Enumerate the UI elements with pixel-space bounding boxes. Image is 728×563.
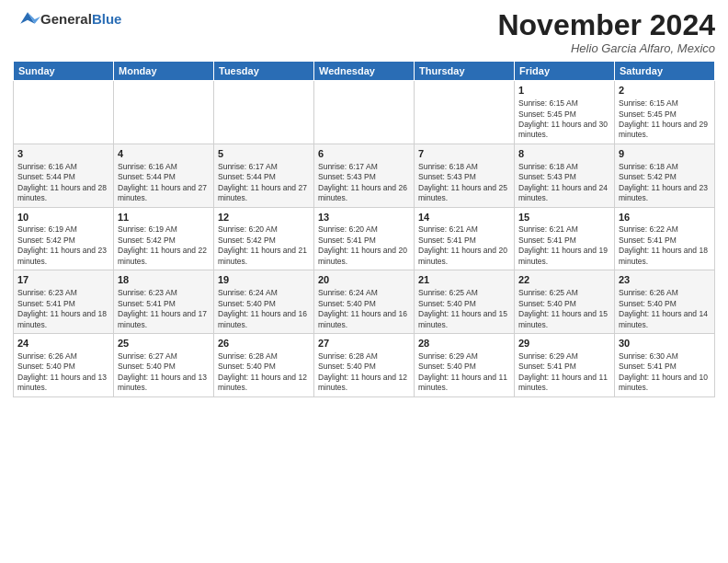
cell-content: 1Sunrise: 6:15 AMSunset: 5:45 PMDaylight… [518,84,610,141]
table-row: 24Sunrise: 6:26 AMSunset: 5:40 PMDayligh… [14,334,114,397]
day-number: 9 [619,147,711,161]
table-row: 30Sunrise: 6:30 AMSunset: 5:41 PMDayligh… [615,334,715,397]
day-info-line: Sunrise: 6:29 AM [518,351,610,362]
day-info-line: Sunrise: 6:21 AM [418,224,510,235]
day-info-line: Sunrise: 6:20 AM [318,224,410,235]
col-wednesday: Wednesday [314,62,415,81]
day-info-line: Sunset: 5:44 PM [17,172,109,182]
cell-content: 13Sunrise: 6:20 AMSunset: 5:41 PMDayligh… [318,211,410,268]
day-info-line: Sunset: 5:41 PM [17,299,109,309]
day-info-line: Sunset: 5:45 PM [518,109,610,120]
day-number: 23 [619,273,711,287]
day-info-line: Sunrise: 6:15 AM [619,98,711,109]
cell-content: 17Sunrise: 6:23 AMSunset: 5:41 PMDayligh… [17,273,109,330]
cell-content: 22Sunrise: 6:25 AMSunset: 5:40 PMDayligh… [518,273,610,330]
table-row: 2Sunrise: 6:15 AMSunset: 5:45 PMDaylight… [615,81,715,144]
day-info-line: Daylight: 11 hours and 23 minutes. [17,246,109,267]
day-info-line: Daylight: 11 hours and 22 minutes. [118,246,210,267]
table-row: 16Sunrise: 6:22 AMSunset: 5:41 PMDayligh… [615,207,715,270]
calendar-week-2: 3Sunrise: 6:16 AMSunset: 5:44 PMDaylight… [14,144,715,207]
table-row [314,81,415,144]
day-info-line: Sunset: 5:44 PM [118,172,210,182]
day-number: 30 [619,337,711,350]
table-row: 11Sunrise: 6:19 AMSunset: 5:42 PMDayligh… [114,207,214,270]
day-info-line: Sunset: 5:44 PM [218,172,310,182]
day-number: 5 [218,147,310,161]
cell-content: 21Sunrise: 6:25 AMSunset: 5:40 PMDayligh… [418,273,510,330]
logo-blue: Blue [92,11,122,27]
day-info-line: Sunrise: 6:23 AM [118,288,210,298]
day-number: 24 [17,337,109,350]
day-info-line: Sunrise: 6:19 AM [118,224,210,235]
cell-content: 3Sunrise: 6:16 AMSunset: 5:44 PMDaylight… [17,147,109,204]
day-info-line: Daylight: 11 hours and 14 minutes. [619,309,711,330]
day-info-line: Daylight: 11 hours and 27 minutes. [218,183,310,204]
day-info-line: Sunset: 5:41 PM [118,299,210,309]
day-info-line: Sunrise: 6:29 AM [418,351,510,362]
table-row: 6Sunrise: 6:17 AMSunset: 5:43 PMDaylight… [314,144,415,207]
day-info-line: Sunrise: 6:18 AM [418,162,510,172]
location-subtitle: Helio Garcia Alfaro, Mexico [497,41,715,55]
day-info-line: Sunset: 5:40 PM [218,299,310,309]
table-row: 5Sunrise: 6:17 AMSunset: 5:44 PMDaylight… [214,144,314,207]
day-info-line: Sunset: 5:42 PM [17,236,109,246]
day-info-line: Sunrise: 6:26 AM [17,351,109,362]
day-info-line: Daylight: 11 hours and 16 minutes. [318,309,410,330]
day-info-line: Daylight: 11 hours and 26 minutes. [318,183,410,204]
day-number: 12 [218,211,310,224]
day-info-line: Sunset: 5:40 PM [418,362,510,372]
day-info-line: Daylight: 11 hours and 19 minutes. [518,246,610,267]
day-info-line: Daylight: 11 hours and 11 minutes. [418,373,510,394]
day-info-line: Sunrise: 6:23 AM [17,288,109,298]
col-friday: Friday [515,62,615,81]
cell-content: 30Sunrise: 6:30 AMSunset: 5:41 PMDayligh… [619,337,711,394]
day-info-line: Sunset: 5:41 PM [318,236,410,246]
day-info-line: Sunset: 5:40 PM [318,299,410,309]
table-row [214,81,314,144]
day-info-line: Sunset: 5:43 PM [418,172,510,182]
calendar-week-3: 10Sunrise: 6:19 AMSunset: 5:42 PMDayligh… [14,207,715,270]
day-number: 17 [17,273,109,287]
day-info-line: Sunrise: 6:16 AM [118,162,210,172]
cell-content: 15Sunrise: 6:21 AMSunset: 5:41 PMDayligh… [518,211,610,268]
page: GeneralBlue November 2024 Helio Garcia A… [0,0,728,563]
col-sunday: Sunday [14,62,114,81]
day-info-line: Daylight: 11 hours and 13 minutes. [118,373,210,394]
table-row: 10Sunrise: 6:19 AMSunset: 5:42 PMDayligh… [14,207,114,270]
day-number: 16 [619,211,711,224]
table-row: 19Sunrise: 6:24 AMSunset: 5:40 PMDayligh… [214,270,314,334]
cell-content: 8Sunrise: 6:18 AMSunset: 5:43 PMDaylight… [518,147,610,204]
day-number: 27 [318,337,410,350]
day-info-line: Sunset: 5:42 PM [619,172,711,182]
calendar-week-4: 17Sunrise: 6:23 AMSunset: 5:41 PMDayligh… [14,270,715,334]
day-info-line: Sunrise: 6:18 AM [619,162,711,172]
day-number: 2 [619,84,711,98]
day-number: 14 [418,211,510,224]
day-number: 22 [518,273,610,287]
cell-content: 7Sunrise: 6:18 AMSunset: 5:43 PMDaylight… [418,147,510,204]
day-number: 20 [318,273,410,287]
day-info-line: Daylight: 11 hours and 25 minutes. [418,183,510,204]
cell-content: 4Sunrise: 6:16 AMSunset: 5:44 PMDaylight… [118,147,210,204]
day-info-line: Sunrise: 6:22 AM [619,224,711,235]
day-info-line: Sunrise: 6:17 AM [218,162,310,172]
day-info-line: Sunset: 5:41 PM [619,362,711,372]
col-monday: Monday [114,62,214,81]
table-row: 7Sunrise: 6:18 AMSunset: 5:43 PMDaylight… [415,144,515,207]
day-number: 15 [518,211,610,224]
table-row: 21Sunrise: 6:25 AMSunset: 5:40 PMDayligh… [415,270,515,334]
month-title: November 2024 [497,9,715,41]
day-info-line: Sunset: 5:43 PM [518,172,610,182]
day-info-line: Sunrise: 6:20 AM [218,224,310,235]
day-info-line: Sunset: 5:41 PM [619,236,711,246]
day-info-line: Daylight: 11 hours and 29 minutes. [619,120,711,141]
cell-content: 25Sunrise: 6:27 AMSunset: 5:40 PMDayligh… [118,337,210,394]
table-row [14,81,114,144]
day-info-line: Sunset: 5:40 PM [118,362,210,372]
day-info-line: Sunset: 5:43 PM [318,172,410,182]
day-info-line: Daylight: 11 hours and 17 minutes. [118,309,210,330]
day-info-line: Daylight: 11 hours and 16 minutes. [218,309,310,330]
day-info-line: Daylight: 11 hours and 11 minutes. [518,373,610,394]
day-number: 28 [418,337,510,350]
day-info-line: Daylight: 11 hours and 20 minutes. [318,246,410,267]
